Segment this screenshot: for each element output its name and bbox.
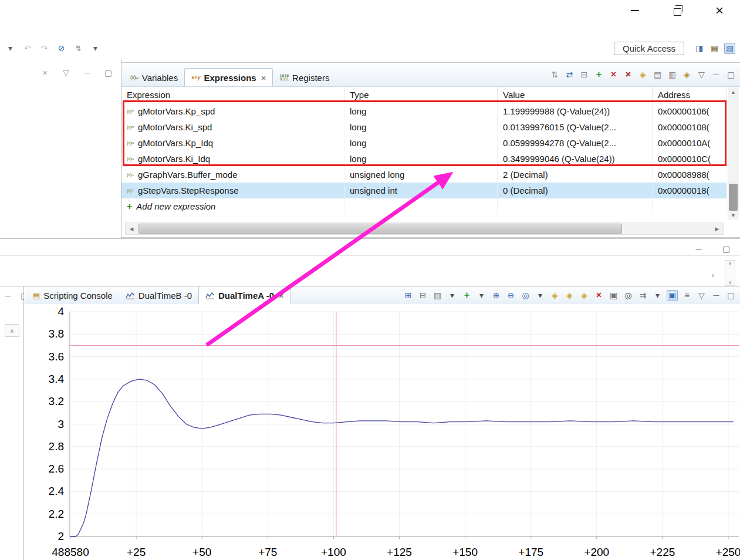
y-tick-label: 2.4 [49,485,65,497]
window-controls: × [629,2,726,19]
export-graph-icon[interactable]: ▣ [608,290,619,301]
minimize-view-icon[interactable]: ─ [82,67,93,78]
list-view-icon[interactable]: ≡ [681,290,692,301]
toggle-grid-icon[interactable]: ▣ [667,290,678,301]
zoom-out-icon[interactable]: ⊖ [505,290,516,301]
expression-cell: (x)=gMotorVars.Kp_Idq [121,135,344,151]
column-header-type[interactable]: Type [344,87,498,103]
tab-scripting-console[interactable]: ▤Scripting Console [26,286,119,304]
continuous-refresh-icon[interactable]: ◈ [579,290,590,301]
minimize-panel-icon[interactable]: ─ [2,290,13,301]
view-menu-icon[interactable]: ▽ [696,69,707,80]
skip-all-breakpoints-icon[interactable]: ⊘ [56,43,67,54]
dropdown-icon[interactable]: ▾ [535,290,546,301]
y-tick-label: 3 [58,418,64,430]
view-menu-icon[interactable]: ▽ [60,67,72,78]
maximize-view-icon[interactable]: ▢ [725,69,736,80]
search-icon[interactable]: ◎ [623,290,634,301]
close-icon[interactable]: × [279,291,284,301]
scroll-up-icon[interactable]: ▲ [728,87,739,96]
scroll-down-icon[interactable]: ∨ [728,279,732,285]
column-header-address[interactable]: Address [653,87,727,103]
expression-row[interactable]: (x)=gMotorVars.Ki_spdlong0.01399976015 (… [121,119,727,135]
scrollbar-track[interactable] [137,223,711,234]
vertical-scrollbar[interactable]: ▲ ▼ [728,87,739,220]
view-menu-icon[interactable]: ▽ [696,290,707,301]
scroll-down-icon[interactable]: ▼ [728,211,739,220]
column-header-value[interactable]: Value [498,87,653,103]
tab-registers[interactable]: 10100101Registers [273,69,336,86]
scroll-up-icon[interactable]: ∧ [728,261,732,266]
maximize-view-icon[interactable]: ▢ [103,67,114,78]
clear-icon[interactable]: × [39,67,50,78]
add-new-expression-row[interactable]: +Add new expression [121,198,727,214]
tab-dualtimea-0[interactable]: DualTimeA -0× [198,286,291,304]
ccs-debug-perspective-icon[interactable]: ▧ [724,43,735,54]
scrollbar-thumb[interactable] [138,224,622,234]
scroll-left-icon[interactable]: ◀ [126,223,137,234]
toolbar-dropdown-icon[interactable]: ▾ [5,43,16,54]
close-icon[interactable]: × [261,73,266,83]
tab-variables[interactable]: (x)=Variables [124,69,184,86]
measure-icon[interactable]: ⇉ [637,290,648,301]
expression-row[interactable]: (x)=gMotorVars.Kp_spdlong1.199999988 (Q-… [121,103,727,119]
expressions-tabbar: (x)=Variablesx+yExpressions×10100101Regi… [121,63,740,87]
add-expression-icon[interactable]: + [593,69,604,80]
close-window-button[interactable]: × [713,4,726,17]
type-cell: unsigned long [344,167,498,183]
watch-icon: (x)= [127,109,134,114]
zoom-fit-icon[interactable]: ◎ [520,290,531,301]
add-icon: + [127,201,132,212]
toolbar-dropdown-icon[interactable]: ▾ [90,43,101,54]
restore-window-button[interactable] [671,4,684,17]
minimize-view-icon[interactable]: ─ [693,243,704,254]
minimize-view-icon[interactable]: ─ [711,290,722,301]
scrollbar-track[interactable] [728,96,739,211]
show-type-names-icon[interactable]: ⇅ [549,69,560,80]
minimize-window-button[interactable] [629,4,641,17]
minimize-view-icon[interactable]: ─ [711,69,722,80]
maximize-view-icon[interactable]: ▢ [725,290,736,301]
tab-expressions[interactable]: x+yExpressions× [184,68,273,86]
export-icon[interactable]: ▥ [667,69,678,80]
add-graph-icon[interactable]: + [461,290,472,301]
open-perspective-icon[interactable]: ◨ [694,43,705,54]
maximize-view-icon[interactable]: ▢ [721,243,732,254]
scrollbar-thumb[interactable] [729,184,738,211]
legend-icon[interactable]: ⊟ [417,290,428,301]
number-format-icon[interactable]: ◈ [681,69,692,80]
auto-scale-icon[interactable]: ◈ [564,290,575,301]
refresh-icon[interactable]: ◈ [637,69,648,80]
column-header-expression[interactable]: Expression [121,87,344,103]
x-tick-label: +250 [716,546,740,558]
import-icon[interactable]: ▤ [652,69,663,80]
editor-mini-scrollbar[interactable]: ∧ ∨ [725,260,735,286]
expression-row[interactable]: (x)=gMotorVars.Kp_Idqlong0.05999994278 (… [121,135,727,151]
tab-dualtimeb-0[interactable]: DualTimeB -0 [119,286,198,304]
clear-graph-icon[interactable]: × [593,290,604,301]
dropdown-icon[interactable]: ▾ [447,290,458,301]
undo-icon[interactable]: ↶ [22,43,33,54]
graph-setup-icon[interactable]: ⊞ [403,290,414,301]
axis-properties-icon[interactable]: ▥ [432,290,443,301]
remove-expression-icon[interactable]: × [608,69,619,80]
connect-target-icon[interactable]: ↯ [73,43,84,54]
expression-row[interactable]: (x)=gStepVars.StepResponseunsigned int0 … [121,183,727,198]
redo-icon[interactable]: ↷ [39,43,50,54]
show-logical-structure-icon[interactable]: ⇄ [564,69,575,80]
horizontal-scrollbar[interactable]: ◀ ▶ [125,222,724,235]
expand-arrow-icon[interactable]: › [712,271,714,279]
ccs-edit-perspective-icon[interactable]: ▦ [709,43,720,54]
expression-row[interactable]: (x)=gMotorVars.Ki_Idqlong0.3499999046 (Q… [121,151,727,167]
expand-rail-button[interactable]: ∧ [5,324,19,337]
step-response-chart[interactable]: 43.83.63.43.232.82.62.42.22488580+25+50+… [24,304,740,560]
remove-all-expressions-icon[interactable]: × [623,69,634,80]
scroll-right-icon[interactable]: ▶ [711,223,723,234]
refresh-graph-icon[interactable]: ◈ [549,290,560,301]
zoom-in-icon[interactable]: ⊕ [491,290,502,301]
expression-row[interactable]: (x)=gGraphVars.Buffer_modeunsigned long2… [121,167,727,183]
dropdown-icon[interactable]: ▾ [652,290,663,301]
quick-access[interactable]: Quick Access [614,42,684,55]
dropdown-icon[interactable]: ▾ [476,290,487,301]
collapse-all-icon[interactable]: ⊟ [579,69,590,80]
